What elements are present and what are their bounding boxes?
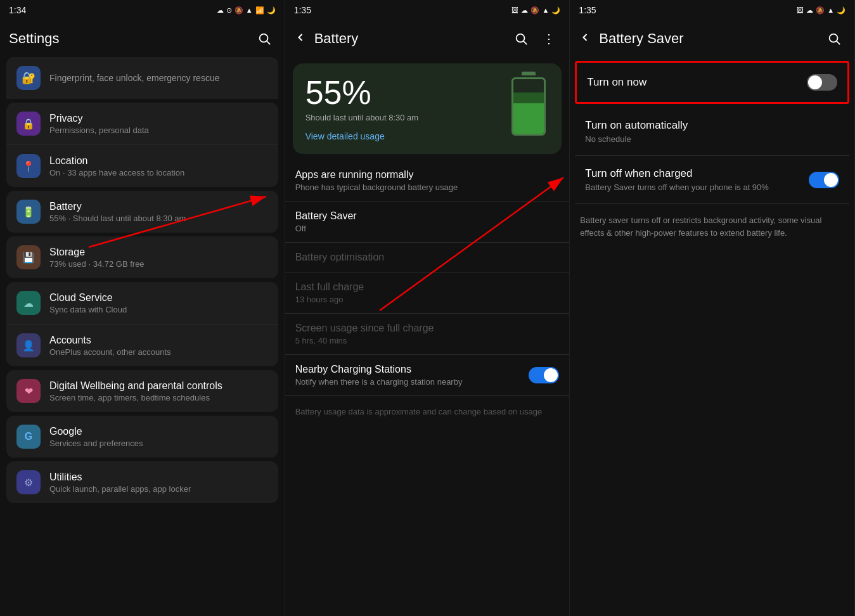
nearby-charging-knob: [544, 368, 558, 382]
storage-item[interactable]: 💾 Storage 73% used · 34.72 GB free: [6, 236, 278, 278]
turn-off-charged-toggle[interactable]: [809, 172, 839, 188]
battery-saver-title: Battery Saver: [295, 210, 560, 222]
turn-on-now-box: Turn on now: [575, 61, 849, 104]
battery-detail-link[interactable]: View detailed usage: [305, 131, 419, 141]
nearby-charging-title: Nearby Charging Stations: [295, 364, 463, 375]
battery-saver-info: Battery saver turns off or restricts bac…: [570, 204, 854, 249]
status-icons-3: 🖼 ☁ 🔕 ▲ 🌙: [797, 6, 845, 15]
battery2-icon: 🌙: [551, 6, 560, 15]
battery-header: Battery ⋮: [285, 20, 570, 57]
turn-on-auto-item[interactable]: Turn on automatically No schedule: [575, 108, 849, 156]
location-sub: On · 33 apps have access to location: [49, 168, 268, 177]
target-icon: ⊙: [226, 6, 232, 15]
turn-on-now-item[interactable]: Turn on now: [577, 63, 847, 102]
battery-disclaimer-item: Battery usage data is approximate and ca…: [285, 396, 570, 425]
battery-items: Apps are running normally Phone has typi…: [285, 160, 570, 425]
battery-time-text: Should last until about 8:30 am: [305, 113, 419, 122]
location-icon: 📍: [22, 160, 35, 172]
storage-sub: 73% used · 34.72 GB free: [49, 259, 268, 269]
status-time-2: 1:35: [294, 5, 311, 15]
turn-on-auto-title: Turn on automatically: [585, 119, 839, 132]
nearby-charging-item[interactable]: Nearby Charging Stations Notify when the…: [285, 355, 570, 396]
battery-sub: 55% · Should last until about 8:30 am: [49, 214, 268, 223]
battery-more-button[interactable]: ⋮: [537, 27, 560, 50]
bell3-icon: 🔕: [816, 6, 825, 15]
cloud-label: Cloud Service: [49, 292, 268, 304]
location-label: Location: [49, 155, 268, 167]
turn-off-charged-knob: [824, 173, 838, 187]
storage-group: 💾 Storage 73% used · 34.72 GB free: [6, 236, 278, 278]
storage-text: Storage 73% used · 34.72 GB free: [49, 247, 268, 269]
nearby-charging-toggle[interactable]: [529, 367, 559, 383]
turn-on-auto-sub: No schedule: [585, 134, 839, 144]
cloud-sub: Sync data with Cloud: [49, 305, 268, 314]
bell-icon: 🔕: [235, 6, 243, 15]
utilities-item[interactable]: ⚙ Utilities Quick launch, parallel apps,…: [6, 461, 278, 503]
google-item[interactable]: G Google Services and preferences: [6, 416, 278, 458]
turn-off-charged-text: Turn off when charged Battery Saver turn…: [585, 167, 801, 192]
battery-group: 🔋 Battery 55% · Should last until about …: [6, 191, 278, 233]
storage-label: Storage: [49, 247, 268, 258]
cloud-accounts-group: ☁ Cloud Service Sync data with Cloud 👤 A…: [6, 282, 278, 366]
settings-search-button[interactable]: [253, 27, 276, 50]
storage-icon-wrap: 💾: [16, 245, 41, 269]
battery-saver-item[interactable]: Battery Saver Off: [285, 202, 570, 243]
location-item[interactable]: 📍 Location On · 33 apps have access to l…: [6, 145, 278, 187]
security-label: Fingerprint, face unlock, emergency resc…: [49, 73, 219, 83]
settings-content: 🔐 Fingerprint, face unlock, emergency re…: [0, 57, 285, 616]
last-charge-item: Last full charge 13 hours ago: [285, 273, 570, 314]
svg-point-0: [259, 34, 267, 42]
turn-off-charged-sub: Battery Saver turns off when your phone …: [585, 183, 801, 192]
turn-off-charged-title: Turn off when charged: [585, 167, 801, 180]
apps-running-item: Apps are running normally Phone has typi…: [285, 160, 570, 202]
battery-tip: [522, 72, 536, 75]
battery-optimisation-item[interactable]: Battery optimisation: [285, 243, 570, 273]
status-bar-2: 1:35 🖼 ☁ 🔕 ▲ 🌙: [285, 0, 570, 20]
utilities-group: ⚙ Utilities Quick launch, parallel apps,…: [6, 461, 278, 503]
google-label: Google: [49, 426, 268, 437]
status-time-1: 1:34: [9, 5, 26, 15]
wellbeing-text: Digital Wellbeing and parental controls …: [49, 380, 268, 402]
svg-point-8: [830, 34, 838, 42]
battery-label: Battery: [49, 201, 268, 212]
battery-search-button[interactable]: [510, 27, 532, 50]
battery-saver-search-button[interactable]: [823, 27, 845, 50]
turn-on-now-toggle[interactable]: [807, 74, 837, 91]
google-icon-wrap: G: [16, 425, 41, 449]
battery-saver-back-button[interactable]: [579, 31, 591, 47]
screen-usage-sub: 5 hrs, 40 mins: [295, 336, 560, 345]
turn-off-charged-row: Turn off when charged Battery Saver turn…: [585, 167, 839, 192]
google-group: G Google Services and preferences: [6, 416, 278, 458]
battery-back-button[interactable]: [294, 31, 307, 47]
utilities-text: Utilities Quick launch, parallel apps, a…: [49, 472, 268, 494]
battery-fill: [513, 103, 544, 133]
battery-title: Battery: [314, 30, 510, 47]
cloud-item[interactable]: ☁ Cloud Service Sync data with Cloud: [6, 282, 278, 324]
battery-item[interactable]: 🔋 Battery 55% · Should last until about …: [6, 191, 278, 233]
screen-usage-item: Screen usage since full charge 5 hrs, 40…: [285, 314, 570, 355]
security-item[interactable]: 🔐 Fingerprint, face unlock, emergency re…: [6, 57, 278, 99]
apps-running-sub: Phone has typical background battery usa…: [295, 183, 560, 192]
svg-line-9: [837, 41, 840, 44]
google-sub: Services and preferences: [49, 439, 268, 448]
accounts-sub: OnePlus account, other accounts: [49, 347, 268, 357]
cloud-text: Cloud Service Sync data with Cloud: [49, 292, 268, 314]
turn-off-charged-item[interactable]: Turn off when charged Battery Saver turn…: [575, 156, 849, 204]
apps-running-title: Apps are running normally: [295, 169, 560, 181]
screen-usage-title: Screen usage since full charge: [295, 323, 560, 334]
wellbeing-icon-wrap: ❤: [16, 379, 41, 403]
svg-line-5: [524, 41, 527, 44]
nearby-charging-row: Nearby Charging Stations Notify when the…: [295, 364, 560, 387]
privacy-item[interactable]: 🔒 Privacy Permissions, personal data: [6, 103, 278, 145]
utilities-sub: Quick launch, parallel apps, app locker: [49, 484, 268, 494]
storage-icon: 💾: [22, 252, 35, 264]
status-bar-1: 1:34 ☁ ⊙ 🔕 ▲ 📶 🌙: [0, 0, 285, 20]
location-icon-wrap: 📍: [16, 154, 41, 178]
wifi-icon: 📶: [255, 6, 264, 15]
accounts-item[interactable]: 👤 Accounts OnePlus account, other accoun…: [6, 324, 278, 366]
cloud2-icon: ☁: [521, 6, 528, 15]
battery-icon-wrap: 🔋: [16, 200, 41, 224]
battery-icon: 🌙: [267, 6, 276, 15]
wellbeing-item[interactable]: ❤ Digital Wellbeing and parental control…: [6, 370, 278, 412]
accounts-icon: 👤: [22, 340, 35, 352]
